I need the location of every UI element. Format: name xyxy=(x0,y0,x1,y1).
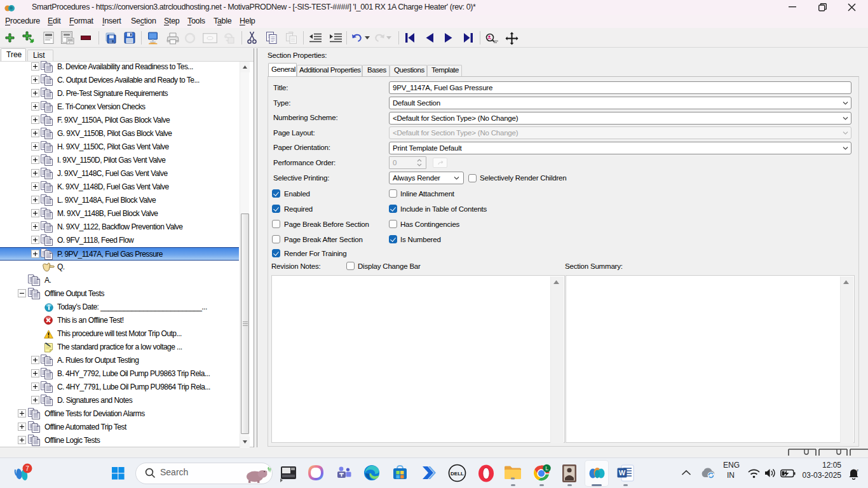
svg-text:L: L xyxy=(545,465,548,471)
svg-text:7: 7 xyxy=(25,465,29,472)
svg-text:W: W xyxy=(619,469,626,477)
svg-text:DΕLL: DΕLL xyxy=(451,471,464,477)
svg-text:z: z xyxy=(857,468,858,472)
